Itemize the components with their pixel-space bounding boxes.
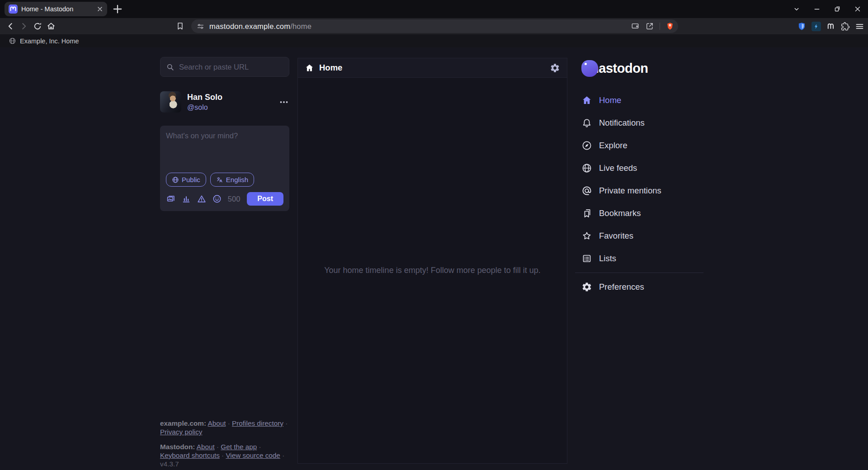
browser-toolbar: mastodon.example.com/home bbox=[0, 18, 868, 34]
privacy-policy-link[interactable]: Privacy policy bbox=[160, 428, 203, 436]
new-tab-button[interactable] bbox=[111, 3, 124, 15]
nav-item-notifications[interactable]: Notifications bbox=[581, 112, 703, 134]
mastodon-label: Mastodon: bbox=[160, 443, 195, 451]
language-label: English bbox=[226, 176, 248, 183]
display-name: Han Solo bbox=[187, 93, 273, 102]
column-header: Home bbox=[298, 58, 567, 78]
translate-icon bbox=[216, 176, 223, 183]
more-options-icon[interactable] bbox=[278, 97, 289, 108]
star-icon bbox=[581, 230, 592, 241]
content-warning-icon[interactable] bbox=[197, 194, 207, 204]
minimize-button[interactable] bbox=[813, 5, 821, 13]
globe-icon bbox=[581, 163, 592, 174]
list-icon bbox=[581, 253, 592, 264]
menu-hamburger-icon[interactable] bbox=[855, 22, 864, 31]
column-settings-gear-icon[interactable] bbox=[550, 63, 560, 73]
get-the-app-link[interactable]: Get the app bbox=[221, 443, 257, 451]
attach-image-icon[interactable] bbox=[166, 194, 176, 204]
url-path: /home bbox=[290, 22, 311, 30]
separator: · bbox=[228, 419, 230, 427]
extensions-puzzle-icon[interactable] bbox=[840, 22, 850, 31]
forward-button[interactable] bbox=[19, 21, 29, 31]
visibility-button[interactable]: Public bbox=[166, 173, 206, 187]
mastodon-elephant-icon bbox=[581, 60, 598, 77]
avatar[interactable] bbox=[160, 91, 181, 113]
restore-window-button[interactable] bbox=[833, 5, 841, 13]
tab-search-chevron-icon[interactable] bbox=[793, 5, 801, 13]
separator: · bbox=[259, 443, 261, 451]
mastodon-logo[interactable]: mastodon bbox=[581, 60, 703, 77]
compose-textarea[interactable] bbox=[166, 132, 283, 173]
wayback-machine-extension-icon[interactable] bbox=[826, 22, 835, 31]
char-counter: 500 bbox=[228, 195, 241, 203]
back-button[interactable] bbox=[5, 21, 15, 31]
brave-shield-icon[interactable] bbox=[665, 22, 675, 31]
compose-box: Public English bbox=[160, 126, 289, 211]
divider bbox=[660, 23, 660, 30]
nav-item-favorites[interactable]: Favorites bbox=[581, 225, 703, 247]
url-text[interactable]: mastodon.example.com/home bbox=[209, 22, 626, 31]
home-icon bbox=[581, 95, 592, 106]
tab-title: Home - Mastodon bbox=[21, 5, 93, 13]
nav-item-home[interactable]: Home bbox=[581, 89, 703, 112]
view-source-link[interactable]: View source code bbox=[226, 451, 280, 459]
mastodon-app: Han Solo @solo Public bbox=[0, 47, 868, 470]
compass-icon bbox=[581, 140, 592, 151]
empty-timeline-message: Your home timeline is empty! Follow more… bbox=[311, 266, 554, 275]
gear-icon bbox=[581, 282, 592, 292]
globe-icon bbox=[172, 176, 179, 183]
post-button[interactable]: Post bbox=[247, 192, 283, 206]
tab-close-icon[interactable] bbox=[96, 5, 104, 13]
bookmark-item[interactable]: Example, Inc. Home bbox=[6, 36, 82, 46]
close-window-button[interactable] bbox=[854, 5, 862, 13]
nav-item-lists[interactable]: Lists bbox=[581, 247, 703, 270]
lightning-extension-icon[interactable] bbox=[811, 22, 821, 31]
column-title: Home bbox=[319, 63, 545, 73]
visibility-label: Public bbox=[182, 176, 200, 183]
mastodon-footer-line: Mastodon: About · Get the app · Keyboard… bbox=[160, 442, 289, 469]
footer: example.com: About · Profiles directory … bbox=[160, 419, 289, 470]
globe-favicon-icon bbox=[9, 37, 16, 45]
add-poll-icon[interactable] bbox=[181, 194, 191, 204]
mastodon-about-link[interactable]: About bbox=[197, 443, 215, 451]
profiles-directory-link[interactable]: Profiles directory bbox=[232, 419, 283, 427]
bitwarden-extension-icon[interactable] bbox=[797, 22, 807, 31]
divider bbox=[575, 273, 703, 273]
emoji-icon[interactable] bbox=[212, 194, 222, 204]
nav-item-bookmarks[interactable]: Bookmarks bbox=[581, 202, 703, 225]
search-bar[interactable] bbox=[160, 57, 289, 77]
home-icon bbox=[305, 63, 314, 73]
version-label: v4.3.7 bbox=[160, 460, 179, 468]
nav-item-preferences[interactable]: Preferences bbox=[581, 276, 703, 298]
url-host: mastodon.example.com bbox=[209, 22, 290, 30]
bookmark-page-icon[interactable] bbox=[175, 21, 185, 31]
site-controls-icon[interactable] bbox=[196, 22, 205, 31]
nav-item-private-mentions[interactable]: Private mentions bbox=[581, 179, 703, 202]
server-footer-line: example.com: About · Profiles directory … bbox=[160, 419, 289, 437]
server-name: example.com: bbox=[160, 419, 206, 427]
navigation-panel: mastodon Home Notifications Explore bbox=[581, 60, 703, 298]
reload-button[interactable] bbox=[33, 21, 42, 31]
separator: · bbox=[282, 451, 284, 459]
bookmark-icon bbox=[581, 208, 592, 219]
separator: · bbox=[285, 419, 288, 427]
home-button[interactable] bbox=[46, 21, 56, 31]
compose-column: Han Solo @solo Public bbox=[160, 47, 289, 470]
search-icon bbox=[166, 63, 175, 71]
handle: @solo bbox=[187, 103, 273, 112]
share-icon[interactable] bbox=[645, 22, 654, 31]
at-icon bbox=[581, 185, 592, 196]
search-input[interactable] bbox=[179, 63, 283, 71]
language-button[interactable]: English bbox=[210, 173, 254, 187]
keyboard-shortcuts-link[interactable]: Keyboard shortcuts bbox=[160, 451, 220, 459]
bell-icon bbox=[581, 118, 592, 128]
reading-list-icon[interactable] bbox=[631, 22, 640, 31]
separator: · bbox=[222, 451, 224, 459]
nav-item-explore[interactable]: Explore bbox=[581, 134, 703, 157]
profile-row: Han Solo @solo bbox=[160, 91, 289, 113]
nav-item-live-feeds[interactable]: Live feeds bbox=[581, 157, 703, 179]
about-link[interactable]: About bbox=[208, 419, 226, 427]
browser-tab[interactable]: Home - Mastodon bbox=[5, 2, 107, 16]
mastodon-favicon-icon bbox=[9, 5, 18, 14]
url-bar[interactable]: mastodon.example.com/home bbox=[191, 19, 678, 33]
